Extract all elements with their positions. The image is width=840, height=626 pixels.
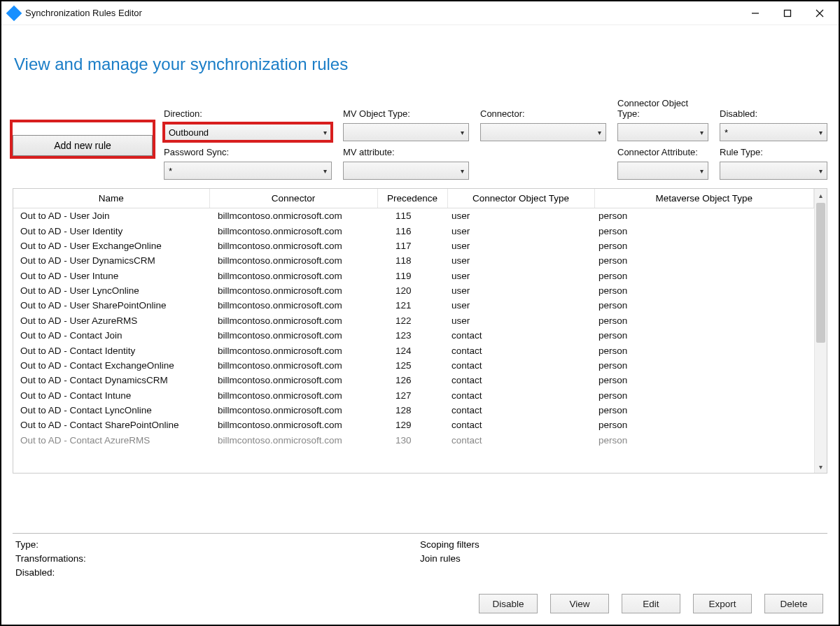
- connector-combo[interactable]: ▾: [480, 123, 606, 141]
- conn-obj-type-label: Connector Object Type:: [617, 98, 708, 119]
- chevron-down-icon: ▾: [323, 129, 327, 136]
- minimize-button[interactable]: [739, 3, 771, 24]
- cell-conn-obj-type: user: [447, 253, 594, 268]
- cell-conn-obj-type: contact: [447, 403, 594, 418]
- page-heading: View and manage your synchronization rul…: [14, 55, 827, 74]
- mv-object-type-label: MV Object Type:: [343, 108, 469, 119]
- table-row[interactable]: Out to AD - User LyncOnlinebillmcontoso.…: [13, 283, 814, 298]
- cell-precedence: 130: [377, 433, 447, 448]
- scroll-up-icon[interactable]: ▴: [815, 189, 827, 201]
- cell-precedence: 121: [377, 298, 447, 313]
- cell-precedence: 128: [377, 403, 447, 418]
- table-row[interactable]: Out to AD - User Identitybillmcontoso.on…: [13, 223, 814, 238]
- password-sync-combo[interactable]: * ▾: [164, 162, 332, 180]
- window-title: Synchronization Rules Editor: [25, 8, 142, 18]
- add-new-rule-button[interactable]: Add new rule: [13, 135, 153, 156]
- col-mv-obj-type[interactable]: Metaverse Object Type: [594, 189, 814, 208]
- chevron-down-icon: ▾: [323, 167, 327, 175]
- footer-disabled: Disabled:: [15, 566, 420, 580]
- footer-join-rules: Join rules: [420, 552, 825, 566]
- disable-button[interactable]: Disable: [479, 594, 538, 613]
- rule-type-combo[interactable]: ▾: [720, 162, 827, 180]
- view-button[interactable]: View: [550, 594, 609, 613]
- cell-name: Out to AD - User SharePointOnline: [13, 298, 209, 313]
- cell-mv-obj-type: person: [594, 358, 814, 373]
- conn-attribute-label: Connector Attribute:: [617, 147, 708, 157]
- cell-mv-obj-type: person: [594, 418, 814, 432]
- table-row[interactable]: Out to AD - Contact LyncOnlinebillmconto…: [13, 403, 814, 418]
- cell-connector: billmcontoso.onmicrosoft.com: [209, 283, 377, 298]
- direction-label: Direction:: [164, 108, 332, 119]
- mv-attribute-combo[interactable]: ▾: [343, 162, 469, 180]
- cell-mv-obj-type: person: [594, 298, 814, 313]
- cell-conn-obj-type: user: [447, 239, 594, 253]
- maximize-button[interactable]: [771, 3, 804, 24]
- table-row[interactable]: Out to AD - Contact ExchangeOnlinebillmc…: [13, 358, 814, 373]
- cell-conn-obj-type: user: [447, 298, 594, 313]
- cell-precedence: 122: [377, 313, 447, 328]
- edit-button[interactable]: Edit: [622, 594, 680, 613]
- vertical-scrollbar[interactable]: ▴ ▾: [814, 189, 827, 473]
- cell-connector: billmcontoso.onmicrosoft.com: [209, 269, 377, 283]
- scroll-thumb[interactable]: [816, 203, 825, 343]
- col-name[interactable]: Name: [13, 189, 209, 208]
- chevron-down-icon: ▾: [598, 129, 601, 136]
- footer-transformations: Transformations:: [15, 552, 420, 566]
- export-button[interactable]: Export: [693, 594, 752, 613]
- cell-conn-obj-type: contact: [447, 418, 594, 432]
- cell-connector: billmcontoso.onmicrosoft.com: [209, 403, 377, 418]
- cell-conn-obj-type: contact: [447, 328, 594, 343]
- delete-button[interactable]: Delete: [764, 594, 823, 613]
- cell-precedence: 126: [377, 373, 447, 387]
- conn-obj-type-combo[interactable]: ▾: [617, 123, 708, 141]
- cell-precedence: 127: [377, 388, 447, 403]
- cell-precedence: 124: [377, 343, 447, 357]
- conn-attribute-combo[interactable]: ▾: [617, 162, 708, 180]
- cell-connector: billmcontoso.onmicrosoft.com: [209, 208, 377, 224]
- app-icon: [6, 5, 22, 21]
- action-buttons: Disable View Edit Export Delete: [13, 580, 827, 619]
- cell-conn-obj-type: user: [447, 313, 594, 328]
- footer-details: Type: Transformations: Disabled: Scoping…: [13, 533, 827, 580]
- table-row[interactable]: Out to AD - User Intunebillmcontoso.onmi…: [13, 269, 814, 283]
- password-sync-value: *: [169, 166, 172, 176]
- filters: Direction: Outbound ▾ MV Object Type: ▾ …: [13, 98, 827, 180]
- table-row[interactable]: Out to AD - User Joinbillmcontoso.onmicr…: [13, 208, 814, 224]
- cell-mv-obj-type: person: [594, 403, 814, 418]
- direction-combo[interactable]: Outbound ▾: [164, 123, 332, 141]
- cell-name: Out to AD - Contact SharePointOnline: [13, 418, 209, 432]
- disabled-combo[interactable]: * ▾: [720, 123, 827, 141]
- cell-name: Out to AD - Contact DynamicsCRM: [13, 373, 209, 387]
- cell-conn-obj-type: contact: [447, 358, 594, 373]
- cell-conn-obj-type: user: [447, 269, 594, 283]
- svg-rect-1: [785, 10, 791, 16]
- cell-precedence: 117: [377, 239, 447, 253]
- col-precedence[interactable]: Precedence: [377, 189, 447, 208]
- cell-connector: billmcontoso.onmicrosoft.com: [209, 313, 377, 328]
- cell-connector: billmcontoso.onmicrosoft.com: [209, 223, 377, 238]
- table-row[interactable]: Out to AD - Contact Intunebillmcontoso.o…: [13, 388, 814, 403]
- cell-precedence: 125: [377, 358, 447, 373]
- table-row[interactable]: Out to AD - Contact SharePointOnlinebill…: [13, 418, 814, 432]
- cell-mv-obj-type: person: [594, 253, 814, 268]
- table-row[interactable]: Out to AD - Contact Identitybillmcontoso…: [13, 343, 814, 357]
- table-row[interactable]: Out to AD - User AzureRMSbillmcontoso.on…: [13, 313, 814, 328]
- scroll-down-icon[interactable]: ▾: [815, 460, 827, 473]
- cell-name: Out to AD - User Intune: [13, 269, 209, 283]
- close-button[interactable]: [804, 3, 836, 24]
- cell-connector: billmcontoso.onmicrosoft.com: [209, 328, 377, 343]
- col-connector[interactable]: Connector: [209, 189, 377, 208]
- table-row[interactable]: Out to AD - User DynamicsCRMbillmcontoso…: [13, 253, 814, 268]
- table-row[interactable]: Out to AD - User ExchangeOnlinebillmcont…: [13, 239, 814, 253]
- col-conn-obj-type[interactable]: Connector Object Type: [447, 189, 594, 208]
- mv-object-type-combo[interactable]: ▾: [343, 123, 469, 141]
- table-row[interactable]: Out to AD - User SharePointOnlinebillmco…: [13, 298, 814, 313]
- cell-connector: billmcontoso.onmicrosoft.com: [209, 239, 377, 253]
- cell-mv-obj-type: person: [594, 283, 814, 298]
- grid-header-row: Name Connector Precedence Connector Obje…: [13, 189, 814, 208]
- table-row[interactable]: Out to AD - Contact DynamicsCRMbillmcont…: [13, 373, 814, 387]
- cell-name: Out to AD - User Identity: [13, 223, 209, 238]
- cell-name: Out to AD - Contact LyncOnline: [13, 403, 209, 418]
- table-row[interactable]: Out to AD - Contact AzureRMSbillmcontoso…: [13, 433, 814, 448]
- table-row[interactable]: Out to AD - Contact Joinbillmcontoso.onm…: [13, 328, 814, 343]
